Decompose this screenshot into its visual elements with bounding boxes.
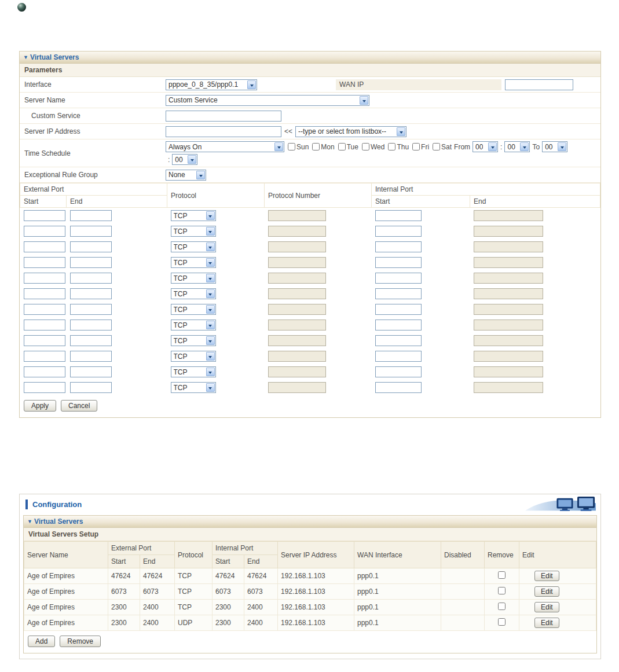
day-mon-checkbox[interactable]: [312, 143, 320, 150]
time-schedule-select[interactable]: Always On: [166, 141, 284, 152]
col-remove: Remove: [485, 542, 519, 568]
col-server-ip: Server IP Address: [278, 542, 354, 568]
protocol-select[interactable]: TCP: [171, 210, 216, 221]
protocol-select[interactable]: TCP: [171, 241, 216, 252]
int-port-start-input[interactable]: [375, 304, 422, 315]
int-port-start-input[interactable]: [375, 351, 422, 362]
server-ip-input[interactable]: [166, 126, 281, 137]
add-button[interactable]: Add: [28, 636, 55, 647]
exceptional-rule-select[interactable]: None: [166, 170, 206, 181]
ext-port-start-input[interactable]: [24, 320, 65, 331]
day-fri-checkbox[interactable]: [412, 143, 420, 150]
protocol-select[interactable]: TCP: [171, 257, 216, 268]
int-port-start-input[interactable]: [375, 320, 422, 331]
ext-port-end-input[interactable]: [70, 288, 112, 299]
int-port-start-input[interactable]: [375, 382, 422, 393]
ext-port-start-input[interactable]: [24, 210, 65, 221]
wan-ip-input[interactable]: [505, 79, 573, 90]
col-int-end: End: [244, 555, 278, 568]
apply-button[interactable]: Apply: [24, 400, 56, 412]
port-row: TCP: [20, 364, 600, 380]
cell-wan-interface: ppp0.1: [354, 584, 441, 600]
protocol-select[interactable]: TCP: [171, 288, 216, 299]
protocol-select[interactable]: TCP: [171, 335, 216, 346]
edit-button[interactable]: Edit: [534, 586, 559, 597]
ext-port-end-input[interactable]: [70, 320, 112, 331]
int-port-start-input[interactable]: [375, 210, 422, 221]
ext-port-start-input[interactable]: [24, 226, 65, 237]
int-port-start-input[interactable]: [375, 335, 422, 346]
protocol-select[interactable]: TCP: [171, 226, 216, 237]
port-row: TCP: [20, 223, 600, 239]
dropdown-arrow-icon: [206, 258, 215, 267]
protocol-number-input: [268, 382, 326, 393]
day-tue-checkbox[interactable]: [338, 143, 346, 150]
ext-port-end-input[interactable]: [70, 366, 112, 377]
day-mon: Mon: [312, 143, 334, 151]
protocol-select[interactable]: TCP: [171, 320, 216, 331]
ext-port-end-input[interactable]: [70, 382, 112, 393]
int-port-start-input[interactable]: [375, 241, 422, 252]
edit-button[interactable]: Edit: [534, 571, 559, 581]
combo-value: TCP: [174, 384, 188, 392]
int-port-start-input[interactable]: [375, 366, 422, 377]
remove-checkbox[interactable]: [498, 571, 506, 579]
protocol-select[interactable]: TCP: [171, 351, 216, 362]
ext-port-start-input[interactable]: [24, 241, 65, 252]
cell-wan-interface: ppp0.1: [354, 600, 441, 615]
ext-port-end-input[interactable]: [70, 351, 112, 362]
dropdown-arrow-icon: [206, 305, 215, 314]
int-port-end-input: [474, 288, 543, 299]
ext-port-start-input[interactable]: [24, 366, 65, 377]
cancel-button[interactable]: Cancel: [61, 400, 97, 412]
to-hour-select[interactable]: 00: [542, 141, 567, 152]
ext-port-end-input[interactable]: [70, 304, 112, 315]
int-port-start-input[interactable]: [375, 288, 422, 299]
day-sun-checkbox[interactable]: [288, 143, 295, 150]
ext-port-start-input[interactable]: [24, 304, 65, 315]
ext-port-end-input[interactable]: [70, 210, 112, 221]
port-row: TCP: [20, 239, 600, 255]
protocol-select[interactable]: TCP: [171, 366, 216, 377]
day-wed-checkbox[interactable]: [362, 143, 369, 150]
protocol-select[interactable]: TCP: [171, 304, 216, 315]
cell-disabled: [441, 568, 485, 584]
ext-port-end-input[interactable]: [70, 226, 112, 237]
to-minute-select[interactable]: 00: [172, 154, 197, 165]
ext-port-start-input[interactable]: [24, 351, 65, 362]
from-minute-select[interactable]: 00: [504, 141, 530, 152]
remove-button[interactable]: Remove: [60, 636, 101, 647]
cell-protocol: TCP: [175, 584, 213, 600]
protocol-select[interactable]: TCP: [171, 273, 216, 284]
cell-ext-end: 6073: [140, 584, 175, 600]
combo-value: 00: [175, 156, 182, 164]
edit-button[interactable]: Edit: [534, 602, 559, 612]
edit-button[interactable]: Edit: [534, 618, 559, 628]
ext-port-start-input[interactable]: [24, 273, 65, 284]
ext-port-end-input[interactable]: [70, 241, 112, 252]
remove-checkbox[interactable]: [498, 618, 506, 626]
interface-select[interactable]: pppoe_0_8_35/ppp0.1: [166, 79, 257, 90]
ext-port-start-input[interactable]: [24, 335, 65, 346]
ext-port-end-input[interactable]: [70, 257, 112, 268]
custom-service-input[interactable]: [166, 111, 281, 122]
from-hour-select[interactable]: 00: [473, 141, 498, 152]
int-port-start-input[interactable]: [375, 273, 422, 284]
port-row: TCP: [20, 317, 600, 333]
ext-port-end-input[interactable]: [70, 273, 112, 284]
server-name-select[interactable]: Custom Service: [166, 95, 369, 106]
combo-value: TCP: [174, 368, 188, 376]
remove-checkbox[interactable]: [498, 587, 506, 594]
ext-port-end-input[interactable]: [70, 335, 112, 346]
ext-port-start-input[interactable]: [24, 288, 65, 299]
day-sat-checkbox[interactable]: [433, 143, 440, 150]
ext-port-start-input[interactable]: [24, 382, 65, 393]
int-port-start-input[interactable]: [375, 226, 422, 237]
combo-value: TCP: [174, 243, 188, 251]
ext-port-start-input[interactable]: [24, 257, 65, 268]
protocol-select[interactable]: TCP: [171, 382, 216, 393]
server-ip-listbox-select[interactable]: --type or select from listbox--: [295, 126, 406, 137]
day-thu-checkbox[interactable]: [388, 143, 395, 150]
int-port-start-input[interactable]: [375, 257, 422, 268]
remove-checkbox[interactable]: [498, 603, 506, 610]
